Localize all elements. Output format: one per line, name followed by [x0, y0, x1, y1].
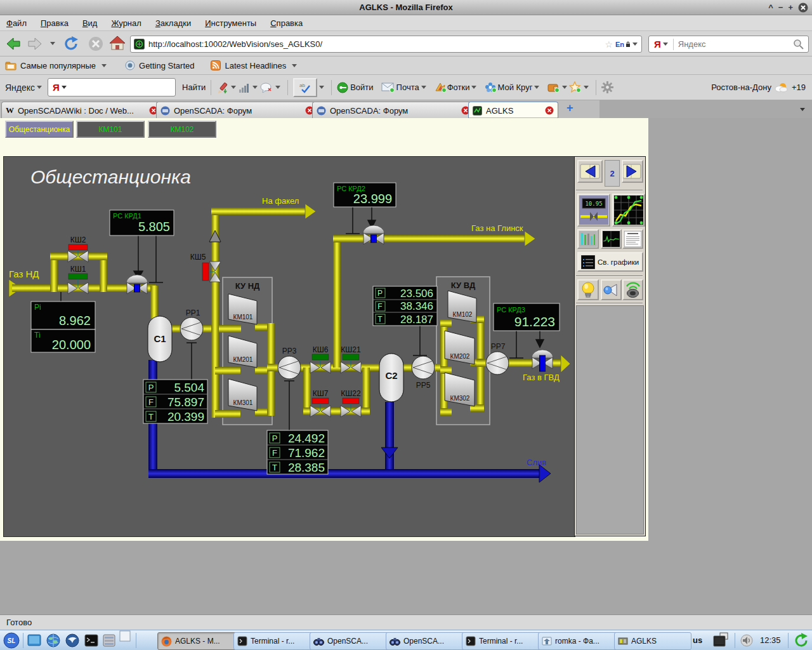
tab-forum-1[interactable]: OpenSCADA: Форум [156, 102, 318, 119]
scada-tab-overview[interactable]: Общестанционка [5, 121, 74, 138]
comments-icon[interactable] [259, 82, 273, 93]
start-menu-icon[interactable]: SL [3, 632, 20, 649]
moi-krug-link[interactable]: Мой Круг [497, 83, 532, 92]
minimize-button[interactable]: − [778, 0, 783, 15]
terminal-launcher-icon[interactable] [84, 633, 99, 648]
traffic-bars-icon[interactable] [238, 82, 251, 93]
mnemo-view-button[interactable]: 10.95 [577, 194, 610, 227]
url-dropdown-icon[interactable] [632, 43, 638, 46]
tab-list-icon[interactable] [800, 108, 805, 111]
tab-forum-2[interactable]: OpenSCADA: Форум [312, 102, 475, 119]
headlines-dropdown-icon[interactable] [292, 64, 297, 67]
home-icon[interactable] [109, 35, 126, 51]
spellcheck-dropdown-icon[interactable] [319, 86, 324, 89]
gear-icon[interactable] [601, 81, 613, 93]
favorites-star-icon[interactable] [569, 81, 582, 93]
keyboard-layout[interactable]: us [693, 635, 702, 645]
yandex-brand[interactable]: Яндекс [5, 83, 35, 93]
tab-openscadawiki[interactable]: W OpenSCADAWiki : Doc / Web... [1, 102, 162, 119]
horn-button[interactable] [601, 279, 622, 300]
menu-bookmarks[interactable]: Закладки [155, 18, 191, 28]
close-tab-icon[interactable] [545, 106, 554, 115]
weather-city[interactable]: Ростов-на-Дону [711, 83, 771, 92]
sticky-note-icon[interactable] [119, 630, 131, 642]
window-titlebar[interactable]: AGLKS - Mozilla Firefox ^ − + [0, 0, 812, 15]
regulator-rr5[interactable]: РР5 [412, 356, 435, 390]
volume-icon[interactable] [740, 633, 755, 647]
edit-dropdown-icon[interactable] [231, 86, 236, 89]
workspace-pager-icon[interactable] [712, 632, 730, 649]
search-box[interactable]: Я [648, 36, 809, 53]
shade-button[interactable]: ^ [768, 0, 773, 15]
task-aglks-firefox[interactable]: AGLKS - M... [157, 632, 237, 650]
menu-edit[interactable]: Правка [41, 18, 69, 28]
separator-s2[interactable]: С2 [379, 354, 403, 402]
search-engine-dropdown-icon[interactable] [663, 43, 668, 46]
wallet-icon[interactable] [547, 82, 560, 93]
stop-icon[interactable] [88, 36, 104, 52]
forward-icon[interactable] [27, 36, 43, 51]
yandex-search-field[interactable]: Я [48, 78, 176, 96]
mail-dropdown-icon[interactable] [421, 86, 426, 89]
close-icon[interactable] [798, 3, 808, 13]
control-valve-krd2[interactable] [363, 225, 384, 244]
photos-link[interactable]: Фотки [447, 83, 470, 92]
weather-temp[interactable]: +19 [792, 83, 806, 92]
pft-display-s1[interactable]: P 5.504 F 75.897 T 20.399 [143, 380, 207, 423]
pft-display-s2[interactable]: P 24.492 F 71.962 T 28.385 [267, 430, 328, 474]
clock[interactable]: 12:35 [760, 635, 781, 645]
thunderbird-icon[interactable] [65, 633, 80, 648]
mimic-diagram[interactable]: КУ НД КУ ВД [3, 156, 575, 537]
regulator-rr3[interactable]: РР3 [278, 347, 301, 379]
menu-file[interactable]: Файл [6, 18, 27, 28]
bars-dropdown-icon[interactable] [252, 86, 258, 89]
new-tab-button[interactable]: + [566, 102, 573, 115]
krd2-display[interactable]: РС КРД2 23.999 [334, 183, 396, 207]
package-manager-icon[interactable] [102, 633, 117, 648]
task-openscada-1[interactable]: OpenSCA... [310, 632, 389, 650]
oscilloscope-view-button[interactable] [601, 229, 622, 249]
menu-tools[interactable]: Инструменты [205, 18, 256, 28]
task-terminal-2[interactable]: Terminal - r... [462, 632, 541, 650]
panel-view-button[interactable] [577, 229, 599, 249]
star-dropdown-icon[interactable] [584, 86, 589, 89]
trend-view-button[interactable] [612, 194, 645, 227]
spellcheck-button[interactable]: ab [293, 78, 317, 97]
scada-tab-km102[interactable]: КМ102 [148, 121, 216, 138]
krd3-display[interactable]: РС КРД3 91.223 [494, 303, 560, 331]
comments-dropdown-icon[interactable] [275, 86, 280, 89]
edit-icon[interactable] [216, 81, 229, 94]
lamp-button[interactable] [577, 279, 599, 300]
search-input[interactable] [677, 39, 793, 50]
task-openscada-2[interactable]: OpenSCA... [386, 632, 465, 650]
next-page-button[interactable] [622, 160, 643, 183]
login-link[interactable]: Войти [350, 83, 373, 92]
document-view-button[interactable] [622, 229, 643, 249]
task-file-manager[interactable]: romka - Фа... [538, 632, 617, 650]
url-bar[interactable]: http://localhost:10002/WebVision/ses_AGL… [130, 36, 642, 53]
regulator-rr1[interactable]: РР1 [180, 308, 203, 340]
lang-badge[interactable]: En [615, 41, 624, 48]
reload-icon[interactable] [63, 36, 80, 52]
wallet-dropdown-icon[interactable] [562, 86, 567, 89]
inlet-display[interactable]: Pi 8.962 Ti 20.000 [31, 302, 95, 352]
web-browser-icon[interactable] [46, 633, 61, 648]
bookmark-headlines[interactable]: Latest Headlines [225, 61, 286, 70]
pft-display-kuvd[interactable]: P 23.506 F 38.346 T 28.187 [373, 286, 437, 326]
krug-dropdown-icon[interactable] [534, 86, 539, 89]
back-icon[interactable] [5, 36, 22, 51]
maximize-button[interactable]: + [788, 0, 793, 15]
free-graphs-button[interactable]: Св. графики [577, 252, 643, 272]
bookmark-getting-started[interactable]: Getting Started [139, 61, 194, 70]
scada-tab-km101[interactable]: КМ101 [76, 121, 145, 138]
menu-history[interactable]: Журнал [111, 18, 141, 28]
bookmark-star-icon[interactable]: ☆ [605, 39, 613, 50]
task-aglks-vision[interactable]: AGLKS [614, 632, 691, 650]
popular-dropdown-icon[interactable] [102, 64, 107, 67]
photos-dropdown-icon[interactable] [471, 86, 476, 89]
krd1-display[interactable]: РС КРД1 5.805 [110, 210, 174, 235]
mail-link[interactable]: Почта [396, 83, 419, 92]
yandex-find-button[interactable]: Найти [182, 83, 206, 92]
speaker-button[interactable] [622, 279, 643, 300]
prev-page-button[interactable] [577, 160, 603, 183]
